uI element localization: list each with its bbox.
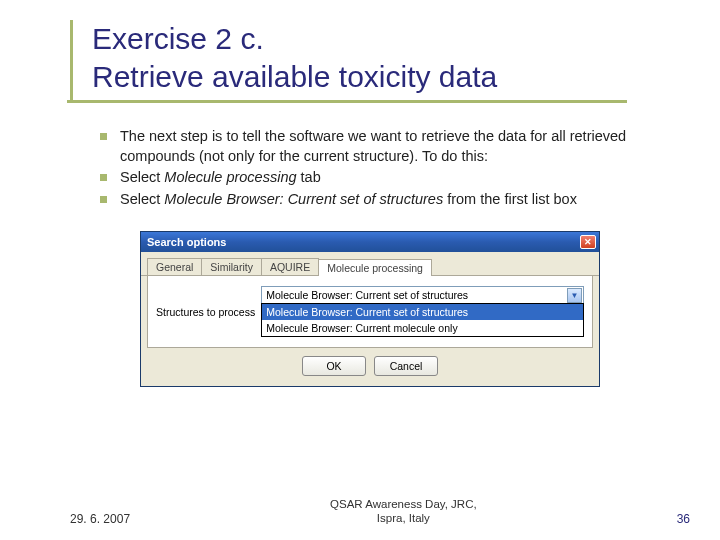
bullet-3-pre: Select [120, 191, 164, 207]
title-line-1: Exercise 2 c. [92, 22, 264, 55]
structures-combo: Molecule Browser: Current set of structu… [261, 286, 584, 337]
tab-aquire[interactable]: AQUIRE [261, 258, 319, 275]
structures-combobox[interactable]: Molecule Browser: Current set of structu… [261, 286, 584, 304]
ok-button-label: OK [326, 360, 341, 372]
tab-general[interactable]: General [147, 258, 202, 275]
bullet-2-post: tab [297, 169, 321, 185]
footer-venue: QSAR Awareness Day, JRC, Ispra, Italy [130, 498, 677, 526]
structures-label: Structures to process [156, 306, 255, 318]
dialog-buttons: OK Cancel [141, 348, 599, 386]
close-button[interactable]: ✕ [580, 235, 596, 249]
page-number: 36 [677, 512, 690, 526]
tab-similarity[interactable]: Similarity [201, 258, 262, 275]
dropdown-option-2-label: Molecule Browser: Current molecule only [266, 322, 457, 334]
footer-venue-line-2: Ispra, Italy [377, 512, 430, 524]
accent-line [70, 20, 73, 100]
bullet-1: The next step is to tell the software we… [100, 127, 680, 166]
field-row: Structures to process Molecule Browser: … [156, 286, 584, 337]
tab-content: Structures to process Molecule Browser: … [147, 276, 593, 348]
dialog-titlebar: Search options ✕ [141, 232, 599, 252]
ok-button[interactable]: OK [302, 356, 366, 376]
dialog-title: Search options [147, 236, 226, 248]
title-line-2: Retrieve available toxicity data [92, 60, 497, 93]
structures-selected: Molecule Browser: Current set of structu… [266, 289, 468, 301]
cancel-button[interactable]: Cancel [374, 356, 438, 376]
dropdown-option-1-label: Molecule Browser: Current set of structu… [266, 306, 468, 318]
bullet-2-em: Molecule processing [164, 169, 296, 185]
slide-title: Exercise 2 c. Retrieve available toxicit… [92, 20, 680, 95]
bullet-2: Select Molecule processing tab [100, 168, 680, 188]
tab-general-label: General [156, 261, 193, 273]
chevron-down-icon: ▼ [567, 288, 582, 303]
dropdown-option-1[interactable]: Molecule Browser: Current set of structu… [262, 304, 583, 320]
structures-dropdown: Molecule Browser: Current set of structu… [261, 303, 584, 337]
footer-date: 29. 6. 2007 [70, 512, 130, 526]
tab-molecule-processing-label: Molecule processing [327, 262, 423, 274]
tab-row: General Similarity AQUIRE Molecule proce… [141, 252, 599, 276]
dialog-screenshot: Search options ✕ General Similarity AQUI… [140, 231, 600, 387]
dialog-window: Search options ✕ General Similarity AQUI… [140, 231, 600, 387]
bullet-3-em: Molecule Browser: Current set of structu… [164, 191, 443, 207]
bullet-3-post: from the first list box [443, 191, 577, 207]
footer-venue-line-1: QSAR Awareness Day, JRC, [330, 498, 477, 510]
bullet-3: Select Molecule Browser: Current set of … [100, 190, 680, 210]
dropdown-option-2[interactable]: Molecule Browser: Current molecule only [262, 320, 583, 336]
bullet-list: The next step is to tell the software we… [100, 127, 680, 209]
tab-similarity-label: Similarity [210, 261, 253, 273]
close-icon: ✕ [584, 238, 592, 247]
cancel-button-label: Cancel [390, 360, 423, 372]
tab-molecule-processing[interactable]: Molecule processing [318, 259, 432, 276]
slide-footer: 29. 6. 2007 QSAR Awareness Day, JRC, Isp… [0, 498, 720, 526]
tab-aquire-label: AQUIRE [270, 261, 310, 273]
slide: Exercise 2 c. Retrieve available toxicit… [0, 0, 720, 540]
bullet-2-pre: Select [120, 169, 164, 185]
bullet-1-text: The next step is to tell the software we… [120, 128, 626, 164]
